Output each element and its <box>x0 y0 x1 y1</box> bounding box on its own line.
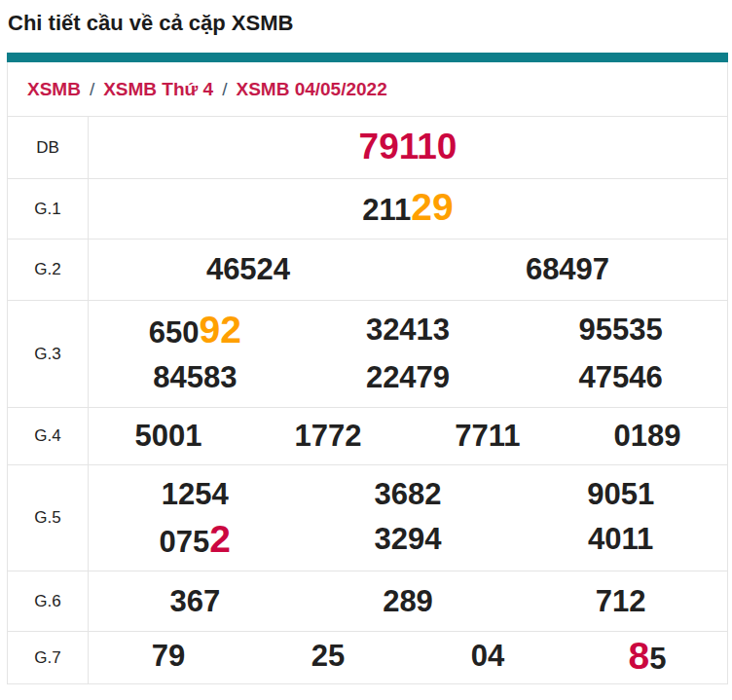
value-cell: 22479 <box>302 355 515 400</box>
row-values: 79250485 <box>89 632 727 683</box>
row-label: G.7 <box>8 632 89 683</box>
row-label: G.3 <box>8 301 89 407</box>
row-values: 367289712 <box>89 571 727 631</box>
digits: 5001 <box>135 419 202 453</box>
content-box: XSMB/XSMB Thứ 4/XSMB 04/05/2022 DB79110G… <box>7 62 728 684</box>
value-cell: 4011 <box>514 517 727 565</box>
table-row: G.6367289712 <box>8 571 727 632</box>
digits: 1254 <box>162 477 229 511</box>
value-cell: 3294 <box>302 517 515 565</box>
value-line: 5001177277110189 <box>89 414 727 459</box>
row-label: G.4 <box>8 408 89 464</box>
value-cell: 1254 <box>89 472 302 517</box>
value-cell: 9051 <box>514 472 727 517</box>
value-cell: 65092 <box>89 308 302 355</box>
value-cell: 46524 <box>89 247 408 292</box>
highlighted-digits: 29 <box>411 186 453 228</box>
table-row: DB79110 <box>8 117 727 179</box>
digits: 95535 <box>579 313 663 347</box>
row-values: 5001177277110189 <box>89 408 727 464</box>
row-values: 79110 <box>89 117 727 178</box>
digits: 46524 <box>206 252 290 286</box>
value-cell: 79110 <box>89 125 727 171</box>
table-row: G.121129 <box>8 179 727 239</box>
row-label: DB <box>8 117 89 178</box>
value-cell: 47546 <box>514 355 727 400</box>
digits: 289 <box>383 584 433 618</box>
value-cell: 712 <box>514 579 727 624</box>
row-label: G.1 <box>8 179 89 239</box>
value-cell: 25 <box>248 634 408 682</box>
breadcrumb-link[interactable]: XSMB 04/05/2022 <box>236 79 386 100</box>
table-row: G.5125436829051075232944011 <box>8 465 727 571</box>
table-row: G.779250485 <box>8 632 727 683</box>
breadcrumb-separator: / <box>222 79 227 100</box>
value-cell: 68497 <box>408 247 727 292</box>
value-line: 845832247947546 <box>89 355 727 400</box>
digits: 3682 <box>375 477 442 511</box>
value-cell: 0752 <box>89 517 302 565</box>
highlighted-digits: 92 <box>200 309 241 350</box>
digits: 22479 <box>366 360 450 394</box>
breadcrumb-separator: / <box>90 79 94 100</box>
value-cell: 84583 <box>89 355 302 400</box>
row-label: G.2 <box>8 239 89 300</box>
accent-bar <box>7 53 728 62</box>
value-cell: 0189 <box>567 414 727 459</box>
digits: 3294 <box>375 522 442 556</box>
table-row: G.45001177277110189 <box>8 408 727 465</box>
highlighted-digits: 79110 <box>359 127 458 166</box>
breadcrumb-link[interactable]: XSMB Thứ 4 <box>103 79 213 100</box>
value-line: 650923241395535 <box>89 308 727 355</box>
digits: 47546 <box>579 360 663 394</box>
value-line: 075232944011 <box>89 517 727 565</box>
digits: 68497 <box>526 252 609 286</box>
digits: 650 <box>149 315 200 350</box>
value-line: 79250485 <box>89 634 727 682</box>
value-cell: 32413 <box>302 308 515 355</box>
row-values: 4652468497 <box>89 239 727 300</box>
value-cell: 7711 <box>408 414 567 459</box>
digits: 79 <box>152 639 185 673</box>
table-row: G.24652468497 <box>8 239 727 301</box>
value-line: 367289712 <box>89 579 727 624</box>
digits: 211 <box>362 193 411 227</box>
row-label: G.5 <box>8 465 89 571</box>
row-label: G.6 <box>8 571 89 631</box>
value-line: 79110 <box>89 125 727 171</box>
value-cell: 5001 <box>89 414 248 459</box>
value-line: 125436829051 <box>89 472 727 517</box>
table-row: G.3650923241395535845832247947546 <box>8 301 727 408</box>
digits: 04 <box>471 639 504 673</box>
highlighted-digits: 2 <box>209 518 231 560</box>
value-line: 21129 <box>89 185 727 233</box>
digits: 7711 <box>455 419 520 453</box>
digits: 84583 <box>153 360 237 394</box>
value-cell: 289 <box>302 579 515 624</box>
value-line: 4652468497 <box>89 247 727 292</box>
breadcrumb: XSMB/XSMB Thứ 4/XSMB 04/05/2022 <box>8 62 727 117</box>
results-table: DB79110G.121129G.24652468497G.3650923241… <box>8 117 727 683</box>
digits: 4011 <box>588 522 653 556</box>
digits: 1772 <box>295 419 362 453</box>
value-cell: 3682 <box>302 472 515 517</box>
value-cell: 04 <box>408 634 567 682</box>
row-values: 125436829051075232944011 <box>89 465 727 571</box>
page-title: Chi tiết cầu về cả cặp XSMB <box>8 11 732 36</box>
breadcrumb-link[interactable]: XSMB <box>27 79 81 100</box>
value-cell: 79 <box>89 634 248 682</box>
digits: 32413 <box>366 313 450 347</box>
value-cell: 85 <box>567 634 727 682</box>
digits: 5 <box>649 642 666 676</box>
value-cell: 95535 <box>514 308 727 355</box>
value-cell: 1772 <box>248 414 408 459</box>
row-values: 21129 <box>89 179 727 239</box>
digits: 712 <box>596 584 646 618</box>
digits: 075 <box>160 525 210 559</box>
digits: 9051 <box>587 477 654 511</box>
highlighted-digits: 8 <box>629 635 650 677</box>
digits: 0189 <box>614 419 681 453</box>
digits: 25 <box>311 639 345 673</box>
digits: 367 <box>169 584 220 618</box>
row-values: 650923241395535845832247947546 <box>89 301 727 407</box>
